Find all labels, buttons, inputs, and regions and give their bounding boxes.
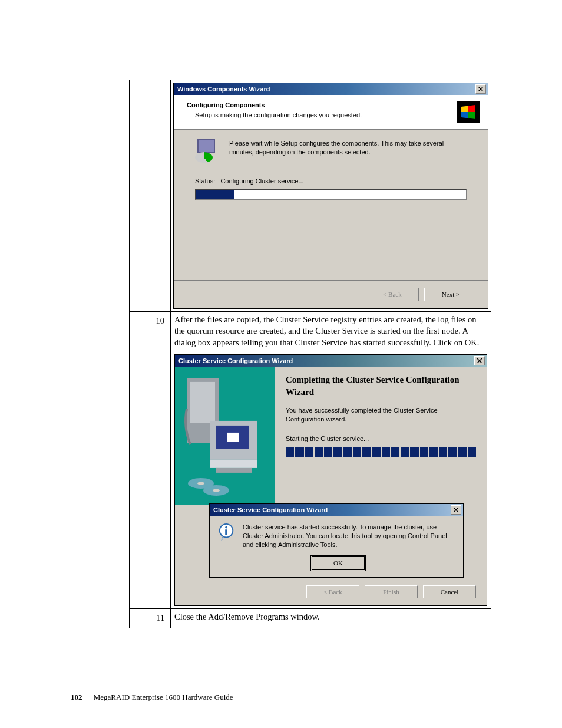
wizard2-starting-text: Starting the Cluster service... [286,434,476,443]
page-footer: 102 MegaRAID Enterprise 1600 Hardware Gu… [71,693,233,702]
step-number-blank [130,80,171,312]
close-icon[interactable] [474,356,485,365]
step10-instruction: After the files are copied, the Cluster … [174,314,487,349]
svg-rect-13 [225,529,227,535]
step-number-10: 10 [130,311,171,609]
popup-title: Cluster Service Configuration Wizard [213,506,328,515]
back-button: < Back [366,288,419,301]
back-button: < Back [306,585,359,599]
windows-logo-icon [457,101,480,123]
titlebar-popup: Cluster Service Configuration Wizard [210,504,463,516]
wizard1-head-bold: Configuring Components [187,101,265,108]
wizard2-title: Cluster Service Configuration Wizard [178,357,293,365]
component-icon [195,139,221,163]
close-icon[interactable] [451,505,461,515]
wizard2-done-text: You have successfully completed the Clus… [286,406,476,424]
instruction-table: Windows Components Wizard Configuring Co… [129,80,491,628]
svg-rect-6 [216,468,252,473]
popup-message: Cluster service has started successfully… [243,523,455,549]
status-label: Status: [195,177,215,185]
svg-point-10 [213,489,220,492]
svg-point-9 [197,482,204,485]
page-number: 102 [71,693,82,701]
success-popup: Cluster Service Configuration Wizard Clu… [209,503,464,577]
wizard1-head-sub: Setup is making the configuration change… [187,111,362,120]
status-value: Configuring Cluster service... [220,177,303,185]
segmented-progress-bar [286,447,476,457]
close-icon[interactable] [475,84,486,94]
ok-button[interactable]: OK [312,556,365,570]
titlebar-wizard2: Cluster Service Configuration Wizard [175,355,487,367]
svg-rect-4 [227,433,239,442]
info-icon [218,523,236,541]
wizard1-header: Configuring Components Setup is making t… [174,95,488,130]
next-button[interactable]: Next > [424,288,477,301]
wizard-art-panel [175,367,275,505]
cancel-button[interactable]: Cancel [423,585,476,599]
wizard1-title: Windows Components Wizard [177,85,270,94]
wizard1-wait-text: Please wait while Setup configures the c… [229,139,467,163]
footer-title: MegaRAID Enterprise 1600 Hardware Guide [94,693,233,701]
step-number-11: 11 [130,609,171,628]
titlebar-wizard1: Windows Components Wizard [174,83,488,95]
wizard2-heading: Completing the Cluster Service Configura… [286,374,476,398]
svg-rect-5 [210,460,257,468]
svg-rect-1 [190,382,215,423]
step11-instruction: Close the Add/Remove Programs window. [171,609,491,628]
progress-bar [195,189,467,200]
finish-button: Finish [365,585,418,599]
table-end-rule [129,631,491,631]
svg-point-12 [225,526,227,529]
